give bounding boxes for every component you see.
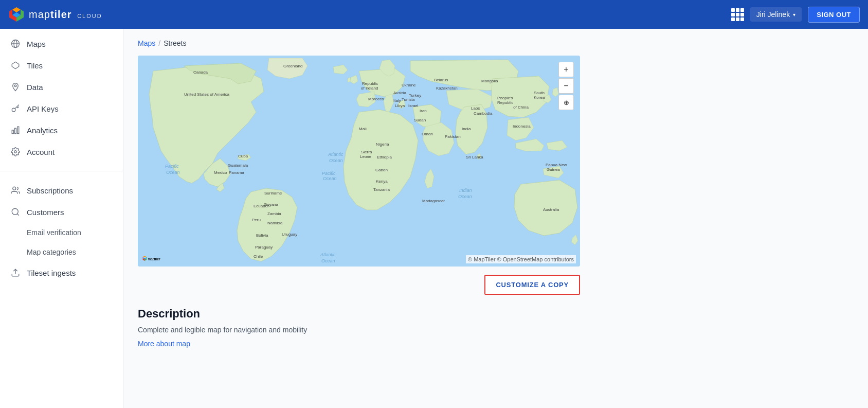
- svg-text:Cambodia: Cambodia: [474, 111, 493, 116]
- more-about-map-link[interactable]: More about map: [138, 340, 190, 348]
- svg-text:Sudan: Sudan: [414, 118, 426, 122]
- svg-text:Greenland: Greenland: [283, 64, 302, 68]
- sidebar-item-subscriptions[interactable]: Subscriptions: [0, 180, 123, 201]
- svg-text:Ukraine: Ukraine: [402, 83, 416, 87]
- svg-point-6: [12, 108, 15, 112]
- main-layout: Maps Tiles Data API Keys: [0, 29, 868, 408]
- sidebar-item-tiles[interactable]: Tiles: [0, 55, 123, 76]
- customize-copy-button[interactable]: CUSTOMIZE A COPY: [484, 275, 580, 295]
- sidebar-item-data-label: Data: [27, 83, 43, 92]
- svg-text:SouthKorea: SouthKorea: [534, 91, 545, 100]
- breadcrumb-parent[interactable]: Maps: [138, 39, 155, 47]
- sidebar-item-subscriptions-label: Subscriptions: [27, 186, 73, 195]
- svg-text:Tunisia: Tunisia: [402, 97, 415, 102]
- svg-text:Laos: Laos: [471, 106, 480, 111]
- svg-text:SierraLeone: SierraLeone: [360, 150, 372, 159]
- svg-text:Turkey: Turkey: [409, 93, 421, 98]
- grid-icon[interactable]: [731, 8, 744, 21]
- svg-text:Namibia: Namibia: [267, 221, 283, 225]
- logo-text: maptiler CLOUD: [29, 9, 102, 21]
- svg-text:Kenya: Kenya: [376, 179, 388, 184]
- sidebar-item-maps-label: Maps: [27, 40, 46, 48]
- svg-text:Republicof Ireland: Republicof Ireland: [361, 81, 378, 91]
- zoom-out-button[interactable]: −: [558, 78, 574, 94]
- sidebar-item-account[interactable]: Account: [0, 141, 123, 163]
- svg-point-10: [14, 151, 17, 153]
- svg-text:Mongolia: Mongolia: [481, 79, 498, 83]
- person-icon: [10, 185, 21, 196]
- svg-text:Australia: Australia: [543, 207, 559, 212]
- globe-icon: [10, 39, 21, 49]
- svg-text:Uruguay: Uruguay: [282, 232, 297, 237]
- svg-text:United States of America: United States of America: [184, 92, 230, 97]
- map-logo: map tiler: [142, 255, 168, 263]
- svg-text:Iran: Iran: [420, 109, 427, 113]
- sidebar-item-account-label: Account: [27, 148, 55, 156]
- svg-text:Austria: Austria: [393, 91, 406, 95]
- svg-text:Kazakhstan: Kazakhstan: [436, 86, 458, 91]
- breadcrumb-separator: /: [158, 39, 160, 47]
- svg-point-11: [13, 187, 16, 190]
- compass-button[interactable]: ⊕: [558, 95, 574, 110]
- svg-text:PacificOcean: PacificOcean: [322, 171, 337, 181]
- svg-text:Peru: Peru: [252, 218, 261, 222]
- user-dropdown[interactable]: Jiri Jelinek ▾: [750, 7, 802, 22]
- sidebar-item-api-keys[interactable]: API Keys: [0, 98, 123, 119]
- sidebar-item-map-categories-label: Map categories: [27, 248, 76, 256]
- svg-text:Nigeria: Nigeria: [376, 142, 389, 147]
- header: maptiler CLOUD Jiri Jelinek ▾ SIGN OUT: [0, 0, 868, 29]
- description-text: Complete and legible map for navigation …: [138, 326, 854, 334]
- sidebar-item-email-verification-label: Email verification: [27, 228, 81, 237]
- svg-text:Gabon: Gabon: [375, 168, 388, 172]
- svg-text:Bolivia: Bolivia: [256, 233, 268, 238]
- svg-text:Sri Lanka: Sri Lanka: [466, 155, 483, 159]
- sidebar-item-api-keys-label: API Keys: [27, 104, 59, 113]
- sidebar-item-customers-label: Customers: [27, 208, 64, 217]
- svg-text:Pakistan: Pakistan: [445, 134, 461, 139]
- sidebar-item-tiles-label: Tiles: [27, 61, 43, 70]
- svg-rect-9: [17, 127, 19, 134]
- upload-icon: [10, 268, 21, 278]
- svg-text:Suriname: Suriname: [264, 191, 282, 196]
- sidebar-item-analytics-label: Analytics: [27, 126, 58, 135]
- sidebar-main-section: Maps Tiles Data API Keys: [0, 29, 123, 167]
- sidebar-item-tileset-ingests[interactable]: Tileset ingests: [0, 262, 123, 283]
- key-icon: [10, 103, 21, 114]
- user-name: Jiri Jelinek: [756, 10, 790, 19]
- svg-text:Cuba: Cuba: [238, 154, 248, 158]
- svg-rect-7: [12, 130, 13, 134]
- svg-text:Panama: Panama: [229, 170, 244, 175]
- map-attribution: © MapTiler © OpenStreetMap contributors: [466, 255, 576, 263]
- sidebar-item-email-verification[interactable]: Email verification: [0, 223, 123, 242]
- svg-text:Oman: Oman: [422, 132, 433, 136]
- svg-text:India: India: [462, 127, 471, 131]
- header-logo-area: maptiler CLOUD: [8, 6, 102, 23]
- sidebar-item-map-categories[interactable]: Map categories: [0, 242, 123, 262]
- sidebar: Maps Tiles Data API Keys: [0, 29, 123, 408]
- sidebar-admin-section: Subscriptions Customers Email verificati…: [0, 175, 123, 288]
- svg-marker-4: [12, 62, 19, 69]
- diamond-icon: [10, 60, 21, 70]
- sidebar-item-customers[interactable]: Customers: [0, 201, 123, 223]
- svg-text:Libya: Libya: [395, 103, 405, 108]
- sidebar-item-tileset-ingests-label: Tileset ingests: [27, 269, 76, 277]
- map-container[interactable]: United States of America Canada Mexico E…: [138, 56, 580, 267]
- sign-out-button[interactable]: SIGN OUT: [808, 7, 860, 23]
- sidebar-divider: [0, 171, 123, 171]
- sidebar-item-maps[interactable]: Maps: [0, 33, 123, 55]
- gear-icon: [10, 147, 21, 157]
- sidebar-item-analytics[interactable]: Analytics: [0, 119, 123, 141]
- svg-text:Canada: Canada: [193, 70, 208, 75]
- chart-icon: [10, 125, 21, 135]
- description-title: Description: [138, 307, 854, 321]
- zoom-in-button[interactable]: +: [558, 62, 574, 77]
- sidebar-item-data[interactable]: Data: [0, 76, 123, 98]
- svg-text:Israel: Israel: [408, 103, 419, 108]
- svg-text:Mexico: Mexico: [214, 170, 227, 175]
- breadcrumb-current: Streets: [164, 39, 186, 47]
- breadcrumb: Maps / Streets: [138, 39, 854, 47]
- svg-line-13: [17, 214, 19, 215]
- pin-icon: [10, 82, 21, 92]
- svg-text:Ethiopia: Ethiopia: [377, 155, 392, 159]
- main-content: Maps / Streets: [123, 29, 868, 408]
